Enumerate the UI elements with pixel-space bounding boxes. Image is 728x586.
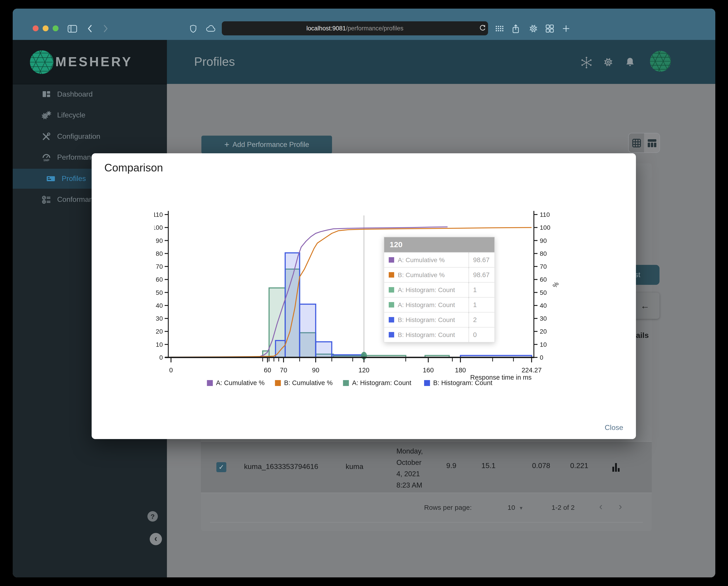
- series-swatch-icon: [389, 272, 394, 277]
- next-page-icon[interactable]: ›: [619, 501, 622, 512]
- series-swatch-icon: [389, 317, 394, 322]
- add-performance-profile-label: Add Performance Profile: [232, 141, 309, 149]
- meshery-logo-block[interactable]: MESHERY: [13, 40, 167, 84]
- browser-window: localhost:9081/performance/profiles MESH…: [13, 9, 715, 577]
- settings-gear-icon[interactable]: [603, 57, 614, 70]
- svg-text:80: 80: [156, 250, 163, 257]
- comparison-chart[interactable]: 0010102020303040405050606070708080909010…: [154, 204, 563, 395]
- svg-text:40: 40: [156, 302, 163, 309]
- svg-text:224.27: 224.27: [522, 367, 542, 374]
- page-title: Profiles: [194, 40, 235, 84]
- table-view-icon[interactable]: [644, 133, 659, 152]
- tooltip-series-label: B: Histogram: Count: [398, 316, 469, 323]
- forward-icon[interactable]: [103, 24, 108, 33]
- tooltip-series-label: A: Cumulative %: [398, 256, 469, 264]
- row-value-p99: 0.221: [561, 462, 597, 470]
- svg-text:70: 70: [540, 263, 547, 270]
- series-swatch-icon: [389, 257, 394, 263]
- close-window-button[interactable]: [33, 25, 38, 31]
- url-path: /performance/profiles: [346, 25, 404, 32]
- svg-text:A: Cumulative %: A: Cumulative %: [216, 379, 264, 387]
- row-date-line: Monday,: [396, 445, 446, 457]
- svg-text:110: 110: [154, 211, 163, 218]
- sidebar-item-label: Lifecycle: [57, 111, 85, 119]
- close-button[interactable]: Close: [605, 424, 623, 432]
- sidebar-item-configuration[interactable]: Configuration: [13, 127, 167, 146]
- sidebar-item-dashboard[interactable]: Dashboard: [13, 84, 167, 104]
- minimize-window-button[interactable]: [43, 25, 49, 31]
- svg-text:10: 10: [156, 341, 163, 348]
- svg-text:100: 100: [540, 224, 550, 231]
- tooltip-series-value: 0: [469, 327, 494, 342]
- tooltip-series-value: 2: [469, 313, 494, 327]
- row-value-p50: 0.078: [523, 462, 559, 470]
- tab-overview-icon[interactable]: [546, 24, 554, 33]
- svg-text:B: Histogram: Count: B: Histogram: Count: [433, 379, 492, 387]
- check-icon: ✓: [218, 463, 224, 471]
- new-tab-icon[interactable]: [563, 24, 570, 33]
- share-icon[interactable]: [512, 24, 519, 33]
- svg-text:50: 50: [156, 289, 163, 296]
- legend-item[interactable]: B: Cumulative %: [275, 379, 333, 387]
- svg-text:40: 40: [540, 302, 547, 309]
- back-icon[interactable]: [87, 24, 93, 33]
- svg-text:90: 90: [156, 237, 163, 244]
- bar-chart-icon[interactable]: [612, 462, 621, 474]
- row-checkbox[interactable]: ✓: [216, 462, 226, 472]
- meshery-logo-text: MESHERY: [55, 40, 133, 84]
- row-date-line: 8:23 AM: [396, 479, 446, 491]
- sidebar-toggle-icon[interactable]: [68, 24, 77, 33]
- grid-dots-icon[interactable]: [495, 24, 504, 33]
- reload-icon[interactable]: [479, 25, 486, 33]
- help-icon: ?: [151, 512, 155, 520]
- svg-text:160: 160: [423, 367, 434, 374]
- sidebar-item-label: Dashboard: [57, 90, 93, 99]
- tooltip-series-value: 1: [469, 297, 494, 312]
- browser-settings-gear-icon[interactable]: [528, 24, 538, 33]
- url-bar[interactable]: localhost:9081/performance/profiles: [222, 21, 488, 35]
- svg-text:120: 120: [359, 367, 369, 374]
- svg-text:60: 60: [540, 276, 547, 283]
- help-button[interactable]: ?: [148, 511, 158, 522]
- cloud-icon[interactable]: [206, 24, 216, 33]
- svg-text:50: 50: [540, 289, 547, 296]
- tooltip-series-label: A: Histogram: Count: [398, 286, 469, 293]
- add-performance-profile-button[interactable]: + Add Performance Profile: [201, 136, 332, 154]
- previous-page-icon[interactable]: ‹: [599, 501, 603, 512]
- comparison-modal: Comparison 00101020203030404050506060707…: [92, 153, 636, 439]
- row-value-duration: 15.1: [470, 462, 506, 470]
- row-profile-name: kuma_1633353794616: [244, 463, 318, 471]
- legend-item[interactable]: B: Histogram: Count: [424, 379, 492, 387]
- tooltip-series-value: 98.67: [469, 252, 494, 267]
- legend-item[interactable]: A: Histogram: Count: [343, 379, 411, 387]
- collapse-sidebar-button[interactable]: ‹: [150, 533, 162, 545]
- series-swatch-icon: [389, 287, 394, 293]
- notifications-bell-icon[interactable]: [625, 57, 635, 70]
- svg-text:20: 20: [540, 328, 547, 335]
- tooltip-row: B: Cumulative %98.67: [384, 267, 494, 282]
- svg-text:20: 20: [156, 328, 163, 335]
- tooltip-row: A: Histogram: Count1: [384, 282, 494, 297]
- pagination-range: 1-2 of 2: [551, 503, 575, 511]
- performance-icon: SMP: [41, 153, 51, 162]
- shield-icon[interactable]: [190, 24, 197, 33]
- user-avatar[interactable]: [650, 51, 671, 74]
- sidebar-item-lifecycle[interactable]: Lifecycle: [13, 105, 167, 125]
- rows-per-page-label: Rows per page:: [408, 503, 472, 511]
- legend-item[interactable]: A: Cumulative %: [207, 379, 264, 387]
- svg-text:SMP: SMP: [44, 159, 49, 162]
- svg-text:60: 60: [156, 276, 163, 283]
- rows-per-page-select[interactable]: 10 ▾: [508, 503, 522, 511]
- maximize-window-button[interactable]: [53, 25, 58, 31]
- svg-text:180: 180: [455, 367, 466, 374]
- table-row[interactable]: ✓ kuma_1633353794616 kuma Monday,October…: [201, 441, 652, 493]
- rows-per-page-value: 10: [508, 503, 515, 511]
- url-host: localhost:9081: [306, 25, 346, 32]
- tooltip-row: B: Histogram: Count2: [384, 312, 494, 327]
- grid-view-icon[interactable]: [629, 133, 644, 152]
- svg-text:10: 10: [540, 341, 547, 348]
- svg-text:70: 70: [156, 263, 163, 270]
- mesh-adapters-icon[interactable]: [580, 57, 592, 70]
- left-arrow-icon: ←: [641, 300, 650, 311]
- tooltip-title: 120: [384, 237, 494, 252]
